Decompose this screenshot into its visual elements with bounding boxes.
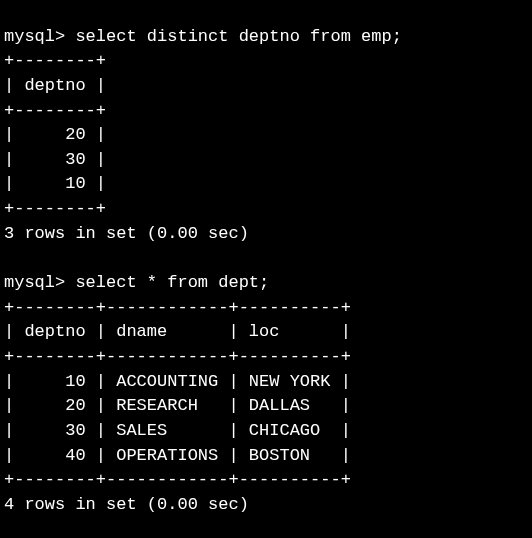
table-header: | deptno |	[4, 76, 106, 95]
table-row: | 20 | RESEARCH | DALLAS |	[4, 396, 351, 415]
table-row: | 40 | OPERATIONS | BOSTON |	[4, 446, 351, 465]
table-row: | 30 | SALES | CHICAGO |	[4, 421, 351, 440]
mysql-prompt: mysql>	[4, 27, 65, 46]
table-border: +--------+------------+----------+	[4, 298, 351, 317]
table-border: +--------+------------+----------+	[4, 347, 351, 366]
blank-line	[4, 248, 14, 267]
table-row: | 10 |	[4, 174, 106, 193]
table-row: | 10 | ACCOUNTING | NEW YORK |	[4, 372, 351, 391]
terminal-window[interactable]: mysql> select distinct deptno from emp; …	[0, 0, 532, 538]
sql-command: select distinct deptno from emp;	[65, 27, 402, 46]
query-status: 3 rows in set (0.00 sec)	[4, 224, 249, 243]
table-header: | deptno | dname | loc |	[4, 322, 351, 341]
table-border: +--------+	[4, 101, 106, 120]
sql-command: select * from dept;	[65, 273, 269, 292]
table-border: +--------+	[4, 199, 106, 218]
table-row: | 20 |	[4, 125, 106, 144]
table-border: +--------+------------+----------+	[4, 470, 351, 489]
query-status: 4 rows in set (0.00 sec)	[4, 495, 249, 514]
table-border: +--------+	[4, 51, 106, 70]
table-row: | 30 |	[4, 150, 106, 169]
mysql-prompt: mysql>	[4, 273, 65, 292]
